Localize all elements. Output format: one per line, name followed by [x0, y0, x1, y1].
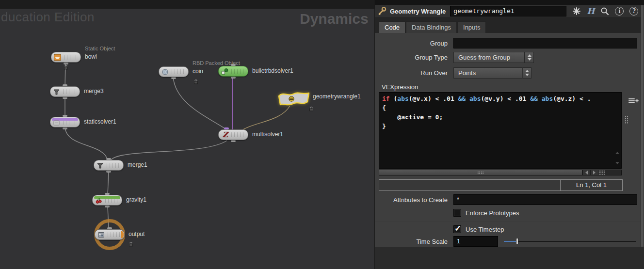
node-output[interactable]: output — [95, 229, 125, 240]
node-name-label: merge1 — [128, 161, 147, 168]
group-type-spinner[interactable] — [525, 52, 534, 63]
output-connector[interactable] — [63, 127, 67, 129]
editor-hscrollbar[interactable] — [379, 170, 622, 175]
slider-track[interactable] — [504, 241, 636, 242]
wire-merge1-gravity1[interactable] — [108, 171, 109, 195]
vexpression-label: VEXpression — [382, 83, 641, 91]
scroll-right-button[interactable] — [590, 170, 598, 175]
node-gravity1-body[interactable] — [92, 195, 122, 206]
node-merge1-body[interactable] — [94, 160, 124, 171]
node-multisolver1-body[interactable]: Z — [218, 129, 248, 140]
hscroll-thumb[interactable] — [379, 170, 582, 175]
tab-zone: Code Data Bindings Inputs — [375, 18, 641, 33]
output-connector[interactable] — [63, 97, 67, 99]
enforce-prototypes-checkbox[interactable] — [453, 209, 461, 217]
node-name-label: staticsolver1 — [84, 118, 116, 125]
wrangle-flag-shape[interactable] — [276, 89, 311, 108]
node-name-label: bowl — [85, 53, 97, 60]
panel-title: Geometry Wrangle — [390, 8, 446, 15]
time-scale-slider[interactable] — [504, 237, 636, 245]
node-output-body[interactable] — [95, 229, 125, 240]
node-merge3-body[interactable] — [50, 86, 80, 97]
tab-inputs[interactable]: Inputs — [457, 21, 486, 33]
use-timestep-checkbox[interactable] — [453, 225, 461, 233]
run-over-label: Run Over — [375, 69, 453, 77]
node-merge1[interactable]: merge1 — [94, 160, 124, 171]
node-coin-body[interactable] — [159, 66, 189, 77]
search-icon[interactable] — [600, 7, 609, 16]
network-editor[interactable]: ducation Edition Dynamics Static Object … — [0, 0, 374, 269]
group-type-dropdown[interactable]: Guess from Group — [453, 52, 525, 63]
pane-top-edge — [375, 0, 644, 5]
slider-handle[interactable] — [516, 238, 518, 244]
wire-coin-multisolver1[interactable] — [173, 77, 227, 130]
gravity-cherry-icon — [95, 197, 103, 205]
attributes-to-create-label: Attributes to Create — [375, 196, 453, 204]
output-connector[interactable] — [231, 77, 236, 79]
node-staticsolver1-body[interactable] — [50, 117, 80, 127]
attributes-row: Attributes to Create * — [375, 194, 637, 205]
display-flag[interactable] — [121, 231, 124, 238]
multisolver-icon: Z — [223, 130, 228, 139]
section-separator — [375, 221, 641, 222]
time-scale-label: Time Scale — [375, 238, 453, 245]
node-coin[interactable]: RBD Packed Object coin — [159, 66, 189, 77]
asterisk-icon[interactable] — [572, 7, 581, 16]
group-row: Group — [375, 38, 637, 48]
vexpression-editor-zone: if (abs(@v.x) < .01 && abs(@v.y) < .01 &… — [379, 92, 622, 175]
tab-code[interactable]: Code — [379, 21, 405, 33]
tab-bar: Code Data Bindings Inputs — [379, 21, 486, 33]
lock-icon — [64, 63, 68, 72]
output-connector[interactable] — [106, 171, 111, 173]
node-name-label: multisolver1 — [252, 131, 283, 138]
node-staticsolver1[interactable]: staticsolver1 — [50, 117, 80, 127]
houdini-logo-icon[interactable]: H — [587, 6, 595, 16]
help-icon[interactable] — [629, 7, 638, 16]
scroll-left-button[interactable] — [582, 170, 590, 175]
node-bulletrbdsolver1-body[interactable] — [218, 66, 248, 77]
corner-grip[interactable] — [598, 170, 605, 175]
output-connector[interactable] — [171, 77, 176, 79]
group-type-row: Group Type Guess from Group — [375, 52, 637, 63]
lock-icon — [309, 105, 314, 113]
editor-message-area — [379, 180, 561, 190]
tab-data-bindings[interactable]: Data Bindings — [406, 21, 457, 33]
wire-multisolver1-merge1[interactable] — [111, 141, 227, 160]
output-connector[interactable] — [105, 206, 110, 207]
run-over-dropdown[interactable]: Points — [453, 67, 522, 79]
output-connector[interactable] — [231, 140, 236, 142]
time-scale-input[interactable]: 1 — [453, 236, 498, 247]
wire-staticsolver1-merge1[interactable] — [65, 127, 108, 160]
editor-statusbar: Ln 1, Col 1 — [379, 179, 623, 191]
info-icon[interactable] — [615, 7, 624, 16]
panel-scrollbar-thumb[interactable] — [641, 5, 644, 247]
run-over-spinner[interactable] — [522, 67, 531, 79]
static-solver-icon — [53, 119, 61, 127]
geometry-wrangle-op-icon — [377, 6, 387, 16]
node-multisolver1[interactable]: Z multisolver1 — [218, 129, 248, 140]
open-floating-editor-icon[interactable] — [628, 95, 639, 109]
panel-scrollbar[interactable] — [641, 5, 644, 247]
node-geometrywrangle1-selected[interactable]: geometrywrangle1 — [276, 89, 311, 110]
node-name-label: merge3 — [84, 88, 104, 95]
editor-resize-grip[interactable] — [625, 115, 629, 124]
vexpression-editor[interactable]: if (abs(@v.x) < .01 && abs(@v.y) < .01 &… — [379, 92, 622, 169]
enforce-prototypes-row: Enforce Prototypes — [375, 208, 637, 218]
group-input[interactable] — [453, 38, 637, 48]
run-over-value: Points — [458, 69, 476, 77]
node-type-label: Static Object — [85, 46, 115, 51]
node-bowl-body[interactable] — [51, 52, 81, 63]
node-bowl[interactable]: Static Object bowl — [51, 52, 81, 63]
node-merge3[interactable]: merge3 — [50, 86, 80, 97]
group-type-value: Guess from Group — [458, 54, 510, 61]
attributes-to-create-input[interactable]: * — [453, 194, 637, 205]
group-label: Group — [375, 40, 453, 47]
cursor-position: Ln 1, Col 1 — [561, 180, 622, 190]
thumb-grip — [477, 171, 484, 174]
output-icon — [97, 231, 105, 239]
node-bulletrbdsolver1[interactable]: bulletrbdsolver1 — [218, 66, 248, 77]
editor-vscroll-arrows[interactable] — [615, 152, 619, 164]
node-name-input[interactable]: geometrywrangle1 — [450, 6, 566, 16]
enforce-prototypes-label: Enforce Prototypes — [466, 209, 519, 217]
node-gravity1[interactable]: gravity1 — [92, 195, 122, 206]
